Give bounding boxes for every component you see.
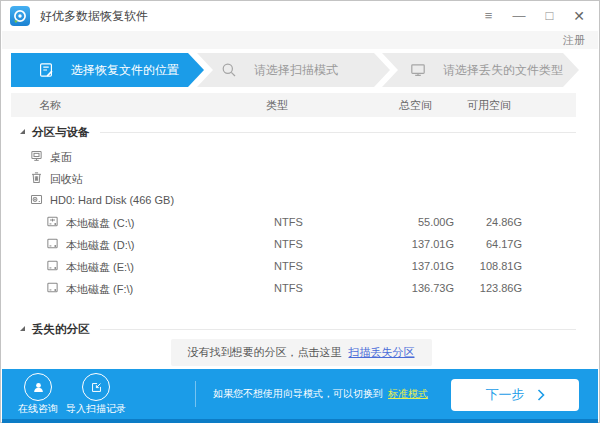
subbar: 注册 [2, 31, 598, 49]
lost-partition-notice: 没有找到想要的分区，点击这里扫描丢失分区 [1, 339, 600, 366]
device-name: 回收站 [50, 172, 83, 187]
menu-icon[interactable]: ≡ [485, 1, 493, 31]
table-header: 名称 类型 总空间 可用空间 [11, 93, 576, 117]
device-type: NTFS [274, 260, 303, 272]
standard-mode-link[interactable]: 标准模式 [388, 388, 428, 399]
search-icon [221, 62, 237, 78]
device-name: 本地磁盘 (D:\) [66, 238, 134, 253]
step-select-location[interactable]: 选择恢复文件的位置 [11, 53, 204, 87]
device-name: 桌面 [50, 150, 72, 165]
device-free-space: 24.86G [432, 216, 522, 228]
step-label: 请选择扫描模式 [254, 62, 338, 79]
harddisk-icon [30, 193, 43, 206]
drive-icon [46, 281, 59, 294]
hint-text: 如果您不想使用向导模式，可以切换到 [213, 388, 383, 399]
minimize-icon[interactable]: — [512, 1, 525, 31]
document-icon [38, 62, 54, 78]
section-divider [100, 132, 577, 133]
monitor-icon [410, 62, 426, 78]
scan-lost-partitions-link[interactable]: 扫描丢失分区 [349, 346, 415, 358]
import-icon [82, 373, 110, 401]
app-window: 好优多数据恢复软件 ≡ — □ ✕ 注册 选择恢复文件的位置 [0, 0, 600, 423]
footer-divider [195, 381, 196, 407]
next-step-button[interactable]: 下一步 [451, 379, 579, 411]
device-name: 本地磁盘 (E:\) [66, 260, 134, 275]
next-label: 下一步 [486, 386, 525, 404]
device-row[interactable]: 桌面 [11, 145, 576, 167]
device-row[interactable]: 回收站 [11, 167, 576, 189]
section-title: 分区与设备 [32, 125, 90, 140]
step-label: 请选择丢失的文件类型 [443, 62, 563, 79]
close-icon[interactable]: ✕ [573, 1, 585, 31]
device-row[interactable]: 本地磁盘 (F:\)NTFS136.73G123.86G [11, 277, 576, 299]
online-consult-button[interactable]: 在线咨询 [10, 373, 66, 416]
window-controls: ≡ — □ ✕ [485, 1, 585, 31]
drive-system-icon [46, 215, 59, 228]
device-free-space: 108.81G [432, 260, 522, 272]
device-name: 本地磁盘 (C:\) [66, 216, 134, 231]
import-scan-record-button[interactable]: 导入扫描记录 [68, 373, 124, 416]
drive-icon [46, 237, 59, 250]
column-type: 类型 [266, 98, 288, 113]
section-divider [100, 329, 577, 330]
notice-text: 没有找到想要的分区，点击这里 [188, 346, 342, 358]
device-free-space: 64.17G [432, 238, 522, 250]
device-list: 桌面回收站HD0: Hard Disk (466 GB)本地磁盘 (C:\)NT… [11, 145, 576, 299]
step-scan-mode[interactable]: 请选择扫描模式 [197, 53, 390, 87]
mode-hint: 如果您不想使用向导模式，可以切换到标准模式 [213, 369, 428, 419]
device-name: HD0: Hard Disk (466 GB) [50, 194, 174, 206]
titlebar: 好优多数据恢复软件 ≡ — □ ✕ [1, 1, 599, 31]
step-file-types[interactable]: 请选择丢失的文件类型 [382, 53, 579, 87]
trash-icon [30, 171, 43, 184]
device-row[interactable]: HD0: Hard Disk (466 GB) [11, 189, 576, 211]
device-name: 本地磁盘 (F:\) [66, 282, 133, 297]
section-partitions-header[interactable]: 分区与设备 [11, 122, 576, 142]
device-type: NTFS [274, 216, 303, 228]
import-label: 导入扫描记录 [66, 402, 126, 416]
device-row[interactable]: 本地磁盘 (D:\)NTFS137.01G64.17G [11, 233, 576, 255]
step-label: 选择恢复文件的位置 [71, 62, 179, 79]
maximize-icon[interactable]: □ [545, 1, 553, 31]
person-icon [24, 373, 52, 401]
chevron-right-icon [537, 389, 545, 401]
section-lost-partitions-header[interactable]: 丢失的分区 [11, 319, 576, 339]
register-link[interactable]: 注册 [563, 33, 585, 48]
column-total-space: 总空间 [399, 98, 432, 113]
column-free-space: 可用空间 [467, 98, 511, 113]
drive-icon [46, 259, 59, 272]
consult-label: 在线咨询 [18, 402, 58, 416]
section-title: 丢失的分区 [32, 322, 90, 337]
column-name: 名称 [39, 98, 61, 113]
window-title: 好优多数据恢复软件 [40, 8, 148, 25]
desktop-icon [30, 149, 43, 162]
footer-strip [2, 419, 598, 423]
collapse-triangle-icon [20, 326, 25, 331]
device-row[interactable]: 本地磁盘 (C:\)NTFS55.00G24.86G [11, 211, 576, 233]
step-bar: 选择恢复文件的位置 请选择扫描模式 请选择丢失的文件类型 [1, 49, 599, 93]
footer-bar: 在线咨询 导入扫描记录 如果您不想使用向导模式，可以切换到标准模式 下一步 [2, 369, 598, 419]
device-row[interactable]: 本地磁盘 (E:\)NTFS137.01G108.81G [11, 255, 576, 277]
app-logo-icon [10, 6, 30, 26]
device-type: NTFS [274, 282, 303, 294]
device-type: NTFS [274, 238, 303, 250]
device-free-space: 123.86G [432, 282, 522, 294]
collapse-triangle-icon [20, 129, 25, 134]
